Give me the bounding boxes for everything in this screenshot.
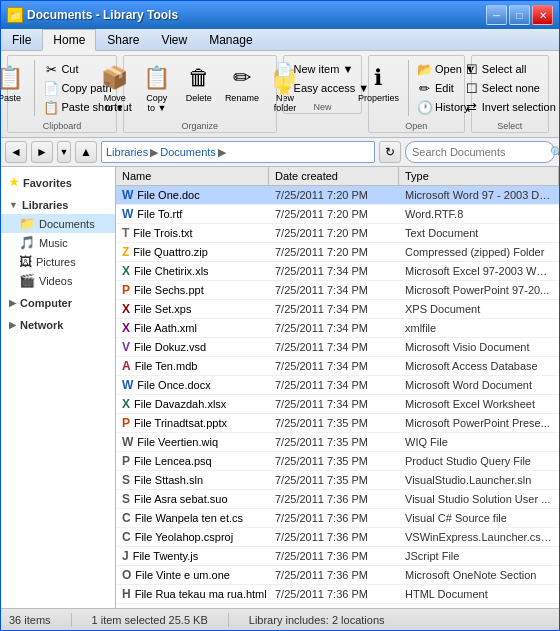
sidebar-documents-label: Documents: [39, 218, 95, 230]
sidebar-item-pictures[interactable]: 🖼 Pictures: [1, 252, 115, 271]
tab-view[interactable]: View: [150, 29, 198, 50]
minimize-button[interactable]: ─: [486, 5, 507, 25]
select-content: ☑ Select all ☐ Select none ⇄ Invert sele…: [459, 58, 560, 118]
table-row[interactable]: W File To.rtf 7/25/2011 7:20 PM Word.RTF…: [116, 205, 559, 224]
sidebar-header-computer[interactable]: ▶ Computer: [1, 294, 115, 312]
table-row[interactable]: P File Trinadtsat.pptx 7/25/2011 7:35 PM…: [116, 414, 559, 433]
file-name: File Ten.mdb: [135, 360, 198, 372]
select-all-button[interactable]: ☑ Select all: [461, 60, 559, 78]
maximize-button[interactable]: □: [509, 5, 530, 25]
search-bar[interactable]: 🔍: [405, 141, 555, 163]
table-row[interactable]: T File Trois.txt 7/25/2011 7:20 PM Text …: [116, 224, 559, 243]
file-date: 7/25/2011 7:20 PM: [269, 187, 399, 203]
refresh-button[interactable]: ↻: [379, 141, 401, 163]
file-type: Microsoft PowerPoint 97-20...: [399, 282, 559, 298]
address-sep-2: ▶: [218, 146, 226, 159]
select-none-button[interactable]: ☐ Select none: [461, 79, 559, 97]
move-to-button[interactable]: 📦 Moveto ▼: [95, 60, 135, 116]
title-bar-left: 📁 Documents - Library Tools: [7, 7, 178, 23]
table-row[interactable]: O File Vinte e um.one 7/25/2011 7:36 PM …: [116, 566, 559, 585]
file-icon: S: [122, 473, 130, 487]
tab-manage[interactable]: Manage: [198, 29, 263, 50]
table-row[interactable]: X File Set.xps 7/25/2011 7:34 PM XPS Doc…: [116, 300, 559, 319]
file-date: 7/25/2011 7:36 PM: [269, 491, 399, 507]
table-row[interactable]: X File Davazdah.xlsx 7/25/2011 7:34 PM M…: [116, 395, 559, 414]
paste-shortcut-icon: 📋: [43, 99, 59, 115]
address-bar[interactable]: Libraries ▶ Documents ▶: [101, 141, 375, 163]
delete-button[interactable]: 🗑 Delete: [179, 60, 219, 106]
status-count: 36 items: [9, 614, 51, 626]
table-row[interactable]: X File Chetirix.xls 7/25/2011 7:34 PM Mi…: [116, 262, 559, 281]
new-group-label: New: [284, 102, 362, 112]
table-row[interactable]: W File One.doc 7/25/2011 7:20 PM Microso…: [116, 186, 559, 205]
table-row[interactable]: V File Dokuz.vsd 7/25/2011 7:34 PM Micro…: [116, 338, 559, 357]
sidebar-computer-label: Computer: [20, 297, 72, 309]
search-input[interactable]: [412, 146, 550, 158]
recent-button[interactable]: ▼: [57, 141, 71, 163]
edit-icon: ✏: [417, 80, 433, 96]
table-row[interactable]: P File Lencea.psq 7/25/2011 7:35 PM Prod…: [116, 452, 559, 471]
back-button[interactable]: ◄: [5, 141, 27, 163]
file-list[interactable]: W File One.doc 7/25/2011 7:20 PM Microso…: [116, 186, 559, 608]
up-button[interactable]: ▲: [75, 141, 97, 163]
file-type: Microsoft Access Database: [399, 358, 559, 374]
col-header-name[interactable]: Name: [116, 167, 269, 185]
col-header-type[interactable]: Type: [399, 167, 559, 185]
table-row[interactable]: W File Once.docx 7/25/2011 7:34 PM Micro…: [116, 376, 559, 395]
sidebar-header-libraries[interactable]: ▼ Libraries: [1, 196, 115, 214]
file-type: JScript File: [399, 548, 559, 564]
file-name: File Sttash.sln: [134, 474, 203, 486]
file-type: Compressed (zipped) Folder: [399, 244, 559, 260]
close-button[interactable]: ✕: [532, 5, 553, 25]
tab-file[interactable]: File: [1, 29, 42, 50]
table-row[interactable]: Z File Quattro.zip 7/25/2011 7:20 PM Com…: [116, 243, 559, 262]
paste-label: Paste: [0, 94, 21, 104]
table-row[interactable]: P File Sechs.ppt 7/25/2011 7:34 PM Micro…: [116, 281, 559, 300]
file-type: Word.RTF.8: [399, 206, 559, 222]
select-none-label: Select none: [482, 82, 540, 94]
file-name: File To.rtf: [137, 208, 182, 220]
new-item-label: New item ▼: [294, 63, 354, 75]
file-name: File Quattro.zip: [133, 246, 208, 258]
col-header-date[interactable]: Date created: [269, 167, 399, 185]
file-type: HTML Document: [399, 586, 559, 602]
table-row[interactable]: H File Rua tekau ma rua.html 7/25/2011 7…: [116, 585, 559, 604]
table-row[interactable]: J File Twenty.js 7/25/2011 7:36 PM JScri…: [116, 547, 559, 566]
copy-path-icon: 📄: [43, 80, 59, 96]
status-bar: 36 items 1 item selected 25.5 KB Library…: [1, 608, 559, 630]
tab-share[interactable]: Share: [96, 29, 150, 50]
file-date: 7/25/2011 7:35 PM: [269, 434, 399, 450]
main-area: ★ Favorites ▼ Libraries 📁 Documents 🎵 Mu…: [1, 167, 559, 608]
sidebar-item-music[interactable]: 🎵 Music: [1, 233, 115, 252]
tab-home[interactable]: Home: [42, 29, 96, 51]
forward-button[interactable]: ►: [31, 141, 53, 163]
table-row[interactable]: S File Asra sebat.suo 7/25/2011 7:36 PM …: [116, 490, 559, 509]
table-row[interactable]: S File Sttash.sln 7/25/2011 7:35 PM Visu…: [116, 471, 559, 490]
sidebar-item-documents[interactable]: 📁 Documents: [1, 214, 115, 233]
file-date: 7/25/2011 7:34 PM: [269, 301, 399, 317]
file-icon: X: [122, 264, 130, 278]
table-row[interactable]: C File Wanpela ten et.cs 7/25/2011 7:36 …: [116, 509, 559, 528]
file-icon: H: [122, 587, 131, 601]
libraries-arrow-icon: ▼: [9, 200, 18, 210]
copy-to-button[interactable]: 📋 Copyto ▼: [137, 60, 177, 116]
table-row[interactable]: X File Aath.xml 7/25/2011 7:34 PM xmlfil…: [116, 319, 559, 338]
move-to-icon: 📦: [99, 62, 131, 94]
file-date: 7/25/2011 7:35 PM: [269, 415, 399, 431]
table-row[interactable]: C File Yeolahop.csproj 7/25/2011 7:36 PM…: [116, 528, 559, 547]
file-date: 7/25/2011 7:20 PM: [269, 225, 399, 241]
address-libraries[interactable]: Libraries: [106, 146, 148, 158]
paste-button[interactable]: 📋 Paste: [0, 60, 29, 106]
address-documents[interactable]: Documents: [160, 146, 216, 158]
sidebar-videos-label: Videos: [39, 275, 72, 287]
table-row[interactable]: W File Veertien.wiq 7/25/2011 7:35 PM WI…: [116, 433, 559, 452]
file-name: File Aath.xml: [134, 322, 197, 334]
properties-button[interactable]: ℹ Properties: [354, 60, 403, 106]
sidebar-item-videos[interactable]: 🎬 Videos: [1, 271, 115, 290]
sidebar-header-favorites[interactable]: ★ Favorites: [1, 173, 115, 192]
sidebar-header-network[interactable]: ▶ Network: [1, 316, 115, 334]
invert-selection-button[interactable]: ⇄ Invert selection: [461, 98, 559, 116]
rename-button[interactable]: ✏ Rename: [221, 60, 263, 106]
table-row[interactable]: A File Ten.mdb 7/25/2011 7:34 PM Microso…: [116, 357, 559, 376]
file-type: Text Document: [399, 225, 559, 241]
